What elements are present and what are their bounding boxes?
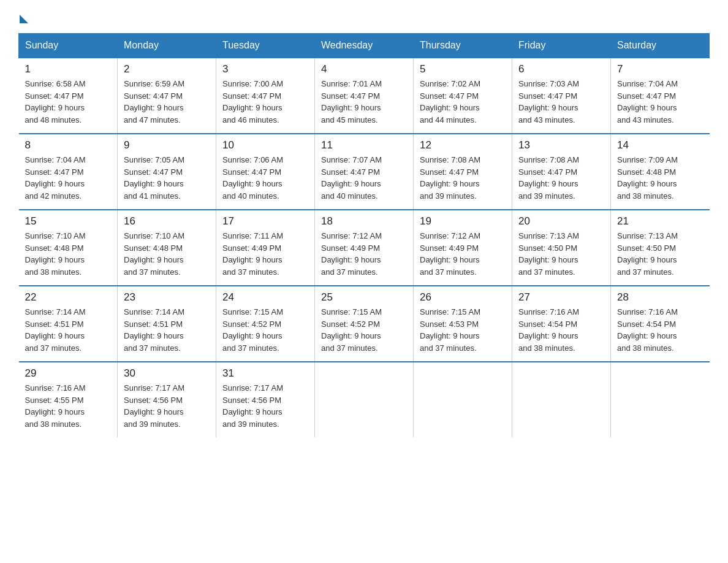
day-info: Sunrise: 7:17 AMSunset: 4:56 PMDaylight:… [222, 383, 283, 429]
day-info: Sunrise: 6:58 AMSunset: 4:47 PMDaylight:… [25, 79, 86, 124]
day-info: Sunrise: 7:06 AMSunset: 4:47 PMDaylight:… [222, 155, 283, 201]
day-number: 30 [124, 367, 210, 380]
day-number: 14 [617, 139, 703, 151]
calendar-week-2: 8 Sunrise: 7:04 AMSunset: 4:47 PMDayligh… [19, 134, 710, 210]
weekday-header-saturday: Saturday [611, 34, 710, 58]
weekday-header-friday: Friday [512, 34, 611, 58]
weekday-header-thursday: Thursday [414, 34, 512, 58]
day-number: 26 [420, 291, 506, 304]
day-number: 9 [124, 139, 210, 151]
day-number: 23 [124, 291, 210, 304]
day-info: Sunrise: 7:15 AMSunset: 4:52 PMDaylight:… [321, 307, 382, 353]
day-number: 31 [222, 367, 308, 380]
calendar-week-1: 1 Sunrise: 6:58 AMSunset: 4:47 PMDayligh… [19, 58, 710, 134]
day-info: Sunrise: 7:15 AMSunset: 4:53 PMDaylight:… [420, 307, 480, 353]
calendar-cell: 28 Sunrise: 7:16 AMSunset: 4:54 PMDaylig… [611, 286, 710, 362]
day-number: 13 [518, 139, 604, 151]
day-number: 11 [321, 139, 407, 151]
weekday-header-wednesday: Wednesday [315, 34, 414, 58]
day-number: 25 [321, 291, 407, 304]
day-info: Sunrise: 7:08 AMSunset: 4:47 PMDaylight:… [518, 155, 579, 201]
day-number: 17 [222, 215, 308, 228]
day-info: Sunrise: 7:16 AMSunset: 4:54 PMDaylight:… [617, 307, 678, 353]
day-info: Sunrise: 7:04 AMSunset: 4:47 PMDaylight:… [617, 79, 678, 124]
day-info: Sunrise: 6:59 AMSunset: 4:47 PMDaylight:… [124, 79, 184, 124]
day-info: Sunrise: 7:14 AMSunset: 4:51 PMDaylight:… [124, 307, 184, 353]
day-number: 24 [222, 291, 308, 304]
calendar-cell [315, 362, 414, 437]
day-number: 21 [617, 215, 703, 228]
weekday-header-tuesday: Tuesday [216, 34, 315, 58]
calendar-cell: 20 Sunrise: 7:13 AMSunset: 4:50 PMDaylig… [512, 210, 611, 286]
calendar-cell: 25 Sunrise: 7:15 AMSunset: 4:52 PMDaylig… [315, 286, 414, 362]
day-info: Sunrise: 7:07 AMSunset: 4:47 PMDaylight:… [321, 155, 382, 201]
calendar-week-4: 22 Sunrise: 7:14 AMSunset: 4:51 PMDaylig… [19, 286, 710, 362]
page-header [18, 12, 710, 21]
calendar-cell: 17 Sunrise: 7:11 AMSunset: 4:49 PMDaylig… [216, 210, 315, 286]
day-info: Sunrise: 7:09 AMSunset: 4:48 PMDaylight:… [617, 155, 678, 201]
calendar-cell: 15 Sunrise: 7:10 AMSunset: 4:48 PMDaylig… [19, 210, 118, 286]
logo-arrow-icon [20, 15, 28, 23]
calendar-cell: 21 Sunrise: 7:13 AMSunset: 4:50 PMDaylig… [611, 210, 710, 286]
calendar-cell: 24 Sunrise: 7:15 AMSunset: 4:52 PMDaylig… [216, 286, 315, 362]
day-info: Sunrise: 7:10 AMSunset: 4:48 PMDaylight:… [124, 231, 184, 277]
calendar-cell: 13 Sunrise: 7:08 AMSunset: 4:47 PMDaylig… [512, 134, 611, 210]
weekday-header-sunday: Sunday [19, 34, 118, 58]
day-info: Sunrise: 7:12 AMSunset: 4:49 PMDaylight:… [420, 231, 480, 277]
day-number: 6 [518, 63, 604, 75]
calendar-cell: 29 Sunrise: 7:16 AMSunset: 4:55 PMDaylig… [19, 362, 118, 437]
day-info: Sunrise: 7:17 AMSunset: 4:56 PMDaylight:… [124, 383, 184, 429]
calendar-cell: 26 Sunrise: 7:15 AMSunset: 4:53 PMDaylig… [414, 286, 512, 362]
day-number: 16 [124, 215, 210, 228]
day-info: Sunrise: 7:10 AMSunset: 4:48 PMDaylight:… [25, 231, 86, 277]
calendar-cell: 11 Sunrise: 7:07 AMSunset: 4:47 PMDaylig… [315, 134, 414, 210]
calendar-cell: 8 Sunrise: 7:04 AMSunset: 4:47 PMDayligh… [19, 134, 118, 210]
day-number: 29 [25, 367, 112, 380]
day-number: 19 [420, 215, 506, 228]
day-number: 20 [518, 215, 604, 228]
calendar-cell: 10 Sunrise: 7:06 AMSunset: 4:47 PMDaylig… [216, 134, 315, 210]
logo [18, 12, 28, 21]
day-number: 7 [617, 63, 703, 75]
day-number: 3 [222, 63, 308, 75]
day-info: Sunrise: 7:16 AMSunset: 4:55 PMDaylight:… [25, 383, 86, 429]
day-number: 18 [321, 215, 407, 228]
day-number: 10 [222, 139, 308, 151]
day-number: 1 [25, 63, 112, 75]
calendar-cell: 14 Sunrise: 7:09 AMSunset: 4:48 PMDaylig… [611, 134, 710, 210]
calendar-cell [414, 362, 512, 437]
weekday-header-monday: Monday [118, 34, 216, 58]
calendar-cell: 5 Sunrise: 7:02 AMSunset: 4:47 PMDayligh… [414, 58, 512, 134]
calendar-cell: 27 Sunrise: 7:16 AMSunset: 4:54 PMDaylig… [512, 286, 611, 362]
calendar-cell: 6 Sunrise: 7:03 AMSunset: 4:47 PMDayligh… [512, 58, 611, 134]
calendar-cell: 7 Sunrise: 7:04 AMSunset: 4:47 PMDayligh… [611, 58, 710, 134]
calendar-cell: 3 Sunrise: 7:00 AMSunset: 4:47 PMDayligh… [216, 58, 315, 134]
calendar-cell: 22 Sunrise: 7:14 AMSunset: 4:51 PMDaylig… [19, 286, 118, 362]
day-number: 4 [321, 63, 407, 75]
day-info: Sunrise: 7:01 AMSunset: 4:47 PMDaylight:… [321, 79, 382, 124]
calendar-table: SundayMondayTuesdayWednesdayThursdayFrid… [18, 33, 710, 437]
calendar-week-3: 15 Sunrise: 7:10 AMSunset: 4:48 PMDaylig… [19, 210, 710, 286]
day-info: Sunrise: 7:15 AMSunset: 4:52 PMDaylight:… [222, 307, 283, 353]
day-info: Sunrise: 7:16 AMSunset: 4:54 PMDaylight:… [518, 307, 579, 353]
day-info: Sunrise: 7:05 AMSunset: 4:47 PMDaylight:… [124, 155, 184, 201]
calendar-cell: 4 Sunrise: 7:01 AMSunset: 4:47 PMDayligh… [315, 58, 414, 134]
calendar-cell: 19 Sunrise: 7:12 AMSunset: 4:49 PMDaylig… [414, 210, 512, 286]
day-number: 8 [25, 139, 112, 151]
calendar-cell: 12 Sunrise: 7:08 AMSunset: 4:47 PMDaylig… [414, 134, 512, 210]
day-info: Sunrise: 7:00 AMSunset: 4:47 PMDaylight:… [222, 79, 283, 124]
calendar-cell: 1 Sunrise: 6:58 AMSunset: 4:47 PMDayligh… [19, 58, 118, 134]
day-info: Sunrise: 7:12 AMSunset: 4:49 PMDaylight:… [321, 231, 382, 277]
day-number: 12 [420, 139, 506, 151]
day-number: 28 [617, 291, 703, 304]
weekday-header-row: SundayMondayTuesdayWednesdayThursdayFrid… [19, 34, 710, 58]
calendar-cell: 2 Sunrise: 6:59 AMSunset: 4:47 PMDayligh… [118, 58, 216, 134]
day-number: 27 [518, 291, 604, 304]
day-info: Sunrise: 7:02 AMSunset: 4:47 PMDaylight:… [420, 79, 480, 124]
day-info: Sunrise: 7:13 AMSunset: 4:50 PMDaylight:… [518, 231, 579, 277]
calendar-cell [512, 362, 611, 437]
day-info: Sunrise: 7:13 AMSunset: 4:50 PMDaylight:… [617, 231, 678, 277]
calendar-cell: 18 Sunrise: 7:12 AMSunset: 4:49 PMDaylig… [315, 210, 414, 286]
day-number: 2 [124, 63, 210, 75]
calendar-cell [611, 362, 710, 437]
